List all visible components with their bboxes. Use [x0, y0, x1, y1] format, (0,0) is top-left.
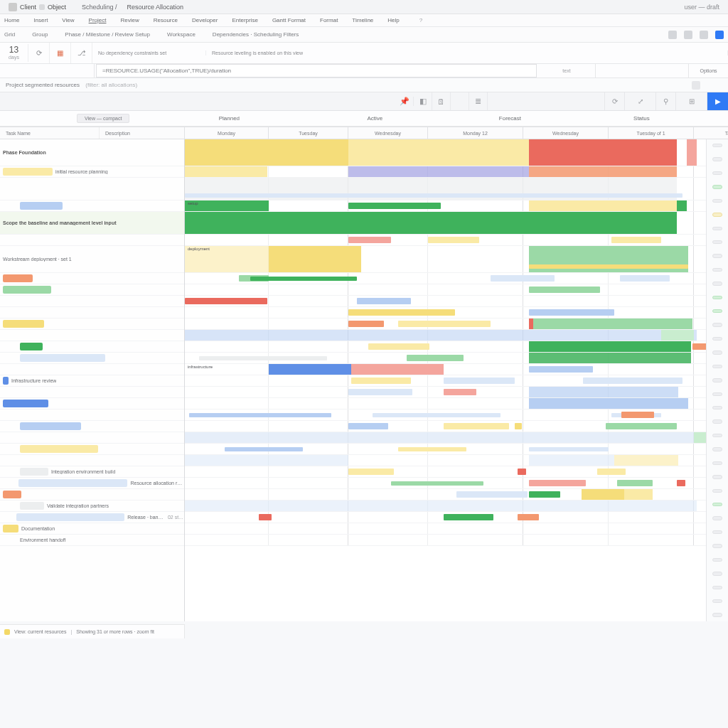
gantt-bar[interactable] [621, 412, 654, 418]
gantt-bar[interactable] [351, 364, 444, 375]
scroll-marker[interactable] [712, 530, 722, 534]
timeline-row[interactable] [185, 307, 706, 318]
task-row-label[interactable] [0, 341, 184, 353]
timeline-row[interactable] [185, 432, 706, 444]
scroll-marker[interactable] [712, 268, 722, 272]
gantt-bar[interactable] [185, 193, 682, 198]
timeline-row[interactable] [185, 235, 706, 246]
gantt-bar[interactable] [348, 389, 412, 395]
timeline-row[interactable] [185, 489, 706, 500]
gantt-bar[interactable] [614, 455, 678, 466]
gantt-bar[interactable] [185, 432, 697, 443]
scroll-marker[interactable] [712, 282, 722, 285]
run-button[interactable]: ▶ [707, 92, 728, 110]
gantt-bar[interactable] [398, 447, 466, 451]
day-header[interactable]: Monday 12 [428, 127, 523, 139]
gantt-bar[interactable] [357, 298, 411, 304]
scroll-marker[interactable] [712, 613, 722, 616]
gantt-bar[interactable] [661, 330, 694, 341]
gantt-bar[interactable] [351, 378, 411, 384]
scroll-marker[interactable] [712, 185, 722, 188]
scroll-marker[interactable] [712, 378, 722, 382]
timeline-row[interactable] [185, 166, 706, 178]
task-row-label[interactable] [0, 353, 184, 364]
day-header[interactable]: Target [694, 127, 728, 139]
gantt-bar[interactable] [348, 203, 441, 209]
gantt-bar[interactable] [185, 139, 348, 166]
gantt-bar[interactable] [444, 378, 515, 384]
scroll-marker[interactable] [712, 171, 722, 175]
gantt-bar[interactable] [529, 200, 677, 211]
gantt-bar[interactable] [269, 246, 361, 272]
tab-forecast[interactable]: Forecast [421, 115, 599, 122]
task-row-label[interactable] [0, 235, 184, 246]
timeline-row[interactable] [185, 341, 706, 353]
task-row-label[interactable] [0, 421, 184, 432]
scroll-marker[interactable] [712, 240, 722, 244]
scroll-marker[interactable] [712, 572, 722, 575]
timeline-row[interactable] [185, 466, 706, 478]
ribbon-group-4[interactable]: Workspace [167, 31, 196, 38]
day-header[interactable]: Tuesday [269, 127, 348, 139]
scroll-marker[interactable] [712, 337, 722, 341]
scroll-marker[interactable] [712, 586, 722, 589]
expand-icon[interactable]: ⤢ [624, 92, 655, 110]
gantt-bar[interactable] [348, 309, 455, 316]
scroll-marker[interactable] [712, 213, 722, 216]
timeline-row[interactable] [185, 330, 706, 341]
day-header[interactable]: Tuesday of 1 [609, 127, 694, 139]
ribbon-icon-grid[interactable] [668, 31, 677, 39]
menu-developer[interactable]: Developer [192, 17, 218, 23]
gantt-bar[interactable] [348, 469, 394, 475]
gantt-bar[interactable] [348, 166, 529, 177]
task-row-label[interactable]: Workstream deployment · set 1 [0, 246, 184, 273]
gantt-bar[interactable] [407, 355, 464, 361]
timeline-row[interactable] [185, 478, 706, 489]
file-label[interactable]: Object [48, 4, 66, 11]
scroll-marker[interactable] [712, 489, 722, 493]
view-pill[interactable]: View — compact [77, 114, 129, 123]
task-row-label[interactable] [0, 489, 184, 500]
timeline-row[interactable] [185, 500, 706, 512]
timeline-row[interactable] [185, 455, 706, 466]
task-row-label[interactable]: Environment handoff [0, 535, 184, 546]
scroll-marker[interactable] [712, 365, 722, 368]
gantt-bar[interactable] [617, 480, 653, 486]
task-row-label[interactable] [0, 330, 184, 341]
gantt-bar[interactable] [373, 413, 500, 417]
gantt-bar[interactable] [518, 514, 539, 520]
day-header[interactable]: Monday [185, 127, 269, 139]
color-icon[interactable]: ◧ [414, 92, 432, 110]
formula-input[interactable] [96, 64, 537, 77]
pin-icon[interactable]: 📌 [395, 97, 414, 106]
tool-icon-refresh[interactable]: ⟳ [28, 43, 50, 63]
timeline-row[interactable] [185, 296, 706, 307]
calendar-icon[interactable]: 🗓 [432, 92, 451, 110]
gantt-bar[interactable] [677, 139, 687, 166]
gantt-bar[interactable] [456, 491, 528, 498]
tab-status[interactable]: Status [599, 115, 684, 122]
timeline-row[interactable] [185, 387, 706, 398]
scroll-marker[interactable] [712, 350, 722, 354]
menu-project[interactable]: Project [89, 17, 107, 23]
gantt-bar[interactable] [687, 139, 697, 166]
scroll-marker[interactable] [712, 323, 722, 326]
col-description[interactable]: Description [100, 127, 184, 139]
task-row-label[interactable] [0, 455, 184, 466]
scroll-marker[interactable] [712, 475, 722, 478]
gantt-bar[interactable] [529, 366, 593, 373]
task-row-label[interactable]: Documentation [0, 523, 184, 535]
timeline-row[interactable] [185, 410, 706, 421]
sync-icon[interactable]: ⟳ [604, 92, 624, 110]
document-title[interactable]: Resource Allocation [127, 4, 184, 11]
ribbon-icon-share[interactable] [715, 31, 724, 39]
gantt-bar[interactable] [185, 298, 267, 304]
task-row-label[interactable] [0, 432, 184, 444]
gantt-bar[interactable] [620, 275, 670, 282]
gantt-bar[interactable] [529, 264, 688, 269]
day-header[interactable]: Wednesday [348, 127, 428, 139]
menu-enterprise[interactable]: Enterprise [232, 17, 257, 23]
scroll-marker[interactable] [712, 406, 722, 410]
gantt-bar[interactable] [185, 330, 697, 341]
tool-icon-branch[interactable]: ⎇ [71, 43, 92, 63]
